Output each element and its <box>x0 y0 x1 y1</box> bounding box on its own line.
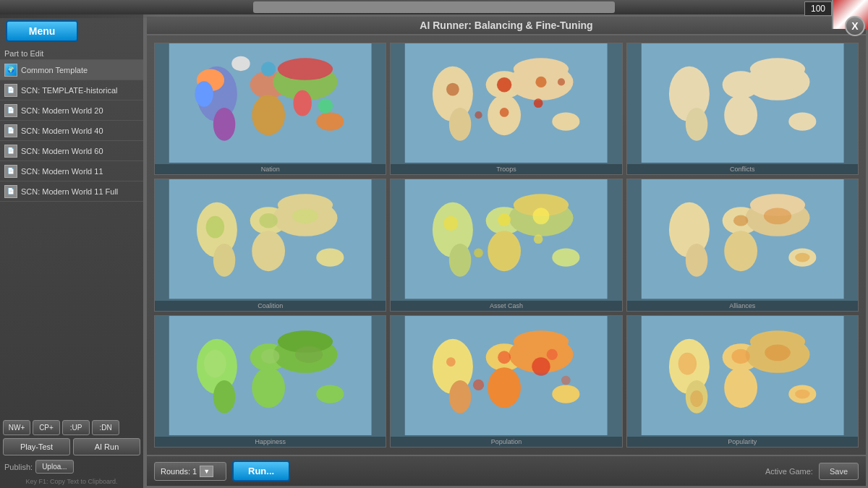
run-button[interactable]: Run... <box>232 461 290 481</box>
sidebar-item-label-scn-modern-11-full: SCN: Modern World 11 Full <box>21 187 118 196</box>
map-population-label: Population <box>391 437 621 447</box>
maps-grid: Nation Troops <box>147 35 866 455</box>
map-happiness: Happiness <box>154 315 386 448</box>
svg-point-82 <box>295 346 323 363</box>
svg-point-5 <box>213 108 236 141</box>
svg-point-57 <box>533 208 550 225</box>
svg-point-64 <box>724 231 757 272</box>
score-display: 100 <box>804 1 832 16</box>
dn-button[interactable]: :DN <box>92 420 119 435</box>
svg-point-80 <box>204 350 226 377</box>
svg-point-95 <box>561 375 571 385</box>
svg-point-8 <box>293 90 311 116</box>
svg-point-28 <box>558 78 565 85</box>
sidebar-item-scn-modern-11-full[interactable]: 📄 SCN: Modern World 11 Full <box>0 181 143 202</box>
upload-button[interactable]: Uploa... <box>35 460 73 474</box>
bottom-bar: Rounds: 1 ▼ Run... Active Game: Save <box>147 455 866 486</box>
svg-point-6 <box>316 112 344 130</box>
svg-point-75 <box>252 367 285 408</box>
rounds-dropdown-arrow[interactable]: ▼ <box>200 466 213 477</box>
doc-icon-6: 📄 <box>4 185 17 198</box>
map-nation: Nation <box>154 43 386 175</box>
svg-point-92 <box>498 351 511 364</box>
svg-point-94 <box>547 348 558 359</box>
close-button[interactable]: X <box>845 16 865 36</box>
svg-point-108 <box>690 390 703 407</box>
svg-point-19 <box>449 108 472 141</box>
sidebar-item-scn-modern-60[interactable]: 📄 SCN: Modern World 60 <box>0 141 143 161</box>
sidebar-item-scn-modern-40[interactable]: 📄 SCN: Modern World 40 <box>0 121 143 141</box>
sidebar-item-label-scn-modern-60: SCN: Modern World 60 <box>21 147 103 155</box>
sidebar-item-scn-modern-20[interactable]: 📄 SCN: Modern World 20 <box>0 100 143 121</box>
map-happiness-label: Happiness <box>155 437 386 447</box>
doc-icon-5: 📄 <box>4 165 17 178</box>
svg-point-34 <box>685 108 707 141</box>
svg-point-105 <box>731 348 749 363</box>
map-asset-cash-label: Asset Cash <box>391 301 621 311</box>
map-population: Population <box>390 315 622 448</box>
map-popularity-label: Popularity <box>627 437 858 447</box>
svg-point-77 <box>213 380 236 414</box>
svg-point-58 <box>444 216 459 231</box>
sidebar-item-label-scn-historical: SCN: TEMPLATE-historical <box>21 86 117 95</box>
map-troops-label: Troops <box>391 164 621 174</box>
svg-point-43 <box>316 249 344 267</box>
globe-icon: 🌍 <box>4 64 17 77</box>
rounds-label: Rounds: 1 <box>161 467 197 476</box>
sidebar-item-label-scn-modern-20: SCN: Modern World 20 <box>21 106 103 115</box>
sidebar-item-label-scn-modern-40: SCN: Modern World 40 <box>21 127 103 135</box>
svg-point-54 <box>553 249 580 267</box>
publish-row: Publish: Uploa... <box>0 458 143 476</box>
play-test-row: Play-Test AI Run <box>0 438 143 458</box>
cp-plus-button[interactable]: CP+ <box>33 420 60 435</box>
svg-point-7 <box>261 61 276 76</box>
up-button[interactable]: :UP <box>62 420 90 435</box>
play-test-button[interactable]: Play-Test <box>3 438 70 455</box>
main-panel: AI Runner: Balancing & Fine-Tuning <box>145 14 868 488</box>
sidebar-item-label-common-template: Common Template <box>21 66 88 74</box>
svg-point-47 <box>206 216 224 239</box>
doc-icon-2: 📄 <box>4 104 17 117</box>
svg-point-20 <box>553 112 580 130</box>
svg-point-96 <box>446 357 456 367</box>
svg-point-90 <box>514 330 569 353</box>
part-to-edit-label: Part to Edit <box>0 48 143 60</box>
map-popularity: Popularity <box>626 315 859 448</box>
svg-point-56 <box>498 213 511 226</box>
doc-icon-3: 📄 <box>4 124 17 137</box>
svg-point-46 <box>292 209 318 223</box>
left-panel: Menu Part to Edit 🌍 Common Template 📄 SC… <box>0 14 145 488</box>
svg-point-78 <box>316 385 344 403</box>
doc-icon-1: 📄 <box>4 84 17 97</box>
svg-point-24 <box>500 108 509 117</box>
svg-point-91 <box>532 357 550 375</box>
ai-run-button[interactable]: AI Run <box>73 438 140 455</box>
svg-point-32 <box>724 95 757 135</box>
svg-point-45 <box>259 213 277 228</box>
publish-label: Publish: <box>4 463 33 471</box>
key-hint: Key F1: Copy Text to Clipboard. <box>0 476 143 488</box>
svg-point-51 <box>488 231 522 272</box>
svg-point-89 <box>553 385 580 403</box>
active-game-label: Active Game: <box>765 467 813 476</box>
svg-point-107 <box>678 353 696 375</box>
sidebar-item-scn-modern-11[interactable]: 📄 SCN: Modern World 11 <box>0 161 143 181</box>
svg-point-53 <box>449 244 472 277</box>
map-alliances-label: Alliances <box>627 301 858 311</box>
svg-point-106 <box>765 344 791 361</box>
svg-point-66 <box>685 244 707 277</box>
top-bar-center <box>253 1 615 13</box>
svg-point-27 <box>475 111 482 119</box>
map-conflicts: Conflicts <box>626 43 859 175</box>
save-button[interactable]: Save <box>819 463 859 480</box>
svg-point-10 <box>231 56 250 71</box>
svg-point-88 <box>449 380 472 414</box>
sidebar-item-scn-historical[interactable]: 📄 SCN: TEMPLATE-historical <box>0 80 143 100</box>
sidebar-item-common-template[interactable]: 🌍 Common Template <box>0 60 143 80</box>
svg-point-69 <box>764 208 791 225</box>
svg-point-40 <box>252 231 285 272</box>
nw-plus-button[interactable]: NW+ <box>3 420 30 435</box>
svg-point-71 <box>795 253 809 262</box>
menu-button[interactable]: Menu <box>6 20 78 42</box>
rounds-select[interactable]: Rounds: 1 ▼ <box>154 462 226 481</box>
